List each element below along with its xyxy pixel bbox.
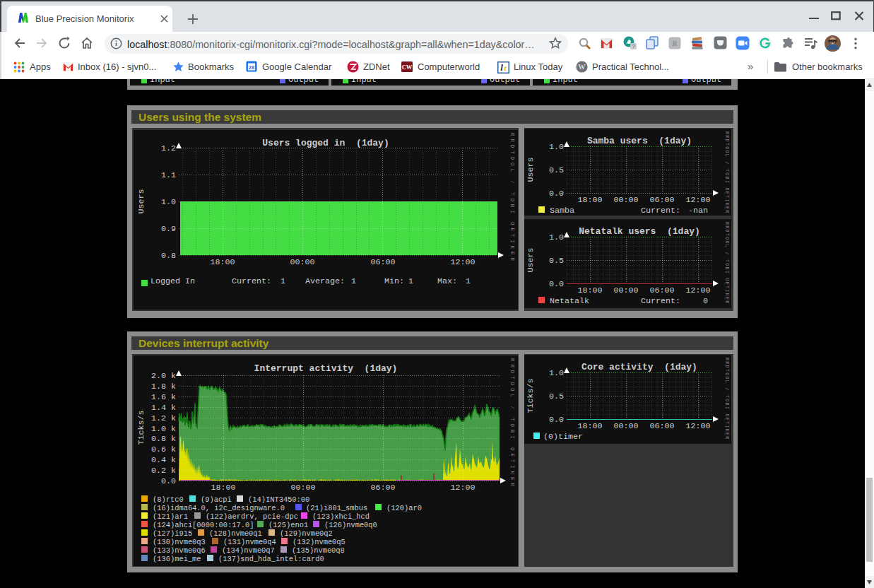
svg-text:18:00: 18:00 — [211, 483, 235, 493]
svg-text:Users: Users — [526, 157, 536, 182]
svg-text:0.8: 0.8 — [161, 251, 176, 261]
svg-text:Current:: Current: — [641, 296, 680, 306]
svg-text:00:00: 00:00 — [290, 483, 315, 493]
svg-text:(122)aerdrv, pcie-dpc: (122)aerdrv, pcie-dpc — [206, 512, 298, 521]
svg-text:Samba: Samba — [550, 206, 574, 216]
svg-text:(128)nvme0q1: (128)nvme0q1 — [209, 529, 262, 538]
svg-text:1.6 k: 1.6 k — [151, 392, 176, 402]
svg-text:18:00: 18:00 — [577, 286, 602, 295]
svg-text:0.5: 0.5 — [549, 256, 564, 266]
svg-text:RRDTOOL / TOBI OETIKER: RRDTOOL / TOBI OETIKER — [724, 222, 729, 305]
svg-text:0.8 k: 0.8 k — [151, 434, 176, 444]
svg-text:(21)i801_smbus: (21)i801_smbus — [306, 504, 367, 512]
svg-text:1.2: 1.2 — [161, 143, 176, 153]
svg-text:(129)nvme0q2: (129)nvme0q2 — [280, 529, 333, 538]
svg-text:Netatalk: Netatalk — [550, 296, 589, 306]
svg-text:0: 0 — [703, 296, 708, 306]
svg-text:Max:: Max: — [437, 276, 457, 286]
svg-text:18:00: 18:00 — [577, 421, 602, 431]
svg-text:Ticks/s: Ticks/s — [136, 410, 146, 445]
svg-text:0.5: 0.5 — [549, 392, 564, 401]
svg-text:Core activity (1day): Core activity (1day) — [581, 362, 697, 372]
svg-text:0.9: 0.9 — [161, 224, 176, 234]
svg-text:(133)nvme0q6: (133)nvme0q6 — [153, 546, 206, 555]
svg-text:RRDTOOL / TOBI OETIKER: RRDTOOL / TOBI OETIKER — [724, 358, 729, 440]
svg-text:18:00: 18:00 — [577, 195, 602, 205]
svg-text:Average:: Average: — [305, 276, 345, 286]
svg-text:06:00: 06:00 — [649, 195, 674, 205]
svg-text:Interrupt activity (1day): Interrupt activity (1day) — [254, 363, 398, 374]
svg-text:1: 1 — [351, 276, 356, 286]
svg-text:06:00: 06:00 — [649, 421, 674, 431]
svg-text:1.8 k: 1.8 k — [151, 382, 176, 392]
svg-text:(126)nvme0q0: (126)nvme0q0 — [324, 521, 377, 529]
svg-text:(120)ar0: (120)ar0 — [386, 504, 422, 512]
svg-text:(132)nvme0q5: (132)nvme0q5 — [293, 538, 346, 546]
svg-text:(125)eno1: (125)eno1 — [268, 521, 308, 529]
svg-text:0.0: 0.0 — [549, 279, 564, 289]
svg-text:l: l — [500, 62, 503, 73]
svg-text:1: 1 — [280, 276, 285, 286]
svg-text:1.0: 1.0 — [161, 197, 176, 207]
svg-text:W: W — [578, 63, 585, 71]
svg-text:1.0 k: 1.0 k — [151, 424, 176, 434]
svg-text:1.0: 1.0 — [549, 233, 564, 242]
svg-text:0.4 k: 0.4 k — [151, 455, 176, 465]
svg-text:06:00: 06:00 — [370, 483, 395, 493]
svg-text:0.2 k: 0.2 k — [151, 466, 176, 476]
svg-text:Samba users (1day): Samba users (1day) — [587, 136, 692, 146]
svg-text:00:00: 00:00 — [613, 421, 638, 431]
svg-text:00:00: 00:00 — [290, 257, 314, 267]
svg-text:1: 1 — [408, 276, 413, 286]
svg-text:28: 28 — [249, 64, 254, 71]
svg-text:12:00: 12:00 — [450, 483, 475, 493]
svg-text:RRDTOOL / TOBI OETIKER: RRDTOOL / TOBI OETIKER — [509, 133, 515, 264]
svg-text:06:00: 06:00 — [649, 286, 674, 295]
svg-text:CW: CW — [402, 64, 413, 71]
svg-text:Users: Users — [526, 247, 536, 272]
svg-text:12:00: 12:00 — [685, 421, 710, 431]
svg-text:(137)snd_hda_intel:card0: (137)snd_hda_intel:card0 — [218, 555, 324, 563]
svg-text:0.5: 0.5 — [549, 165, 564, 175]
svg-text:R: R — [672, 40, 678, 47]
svg-text:2.0 k: 2.0 k — [151, 371, 176, 381]
svg-text:0.0: 0.0 — [161, 476, 176, 486]
svg-text:Logged In: Logged In — [150, 276, 195, 286]
svg-text:1: 1 — [466, 276, 471, 286]
svg-text:00:00: 00:00 — [613, 286, 638, 295]
svg-text:(134)nvme0q7: (134)nvme0q7 — [222, 546, 275, 555]
svg-text:1.1: 1.1 — [161, 170, 176, 180]
svg-text:1.0: 1.0 — [549, 142, 564, 152]
svg-text:1.0: 1.0 — [549, 368, 564, 378]
svg-text:Current:: Current: — [232, 276, 271, 286]
svg-text:Netatalk users (1day): Netatalk users (1day) — [579, 226, 700, 237]
svg-text:RRDTOOL / TOBI OETIKER: RRDTOOL / TOBI OETIKER — [724, 131, 729, 214]
svg-text:0.6 k: 0.6 k — [151, 445, 176, 454]
svg-text:(123)xhci_hcd: (123)xhci_hcd — [312, 512, 370, 521]
svg-text:(9)acpi: (9)acpi — [201, 495, 232, 504]
svg-text:(16)idma64.0, i2c_designware.0: (16)idma64.0, i2c_designware.0 — [153, 504, 285, 512]
svg-text:12:00: 12:00 — [685, 286, 710, 295]
svg-text:12:00: 12:00 — [685, 195, 710, 205]
svg-text:(8)rtc0: (8)rtc0 — [153, 495, 184, 504]
svg-text:12:00: 12:00 — [450, 257, 475, 267]
svg-text:Min:: Min: — [384, 276, 404, 286]
svg-text:(0)timer: (0)timer — [543, 432, 583, 442]
svg-text:(124)ahci[0000:00:17.0]: (124)ahci[0000:00:17.0] — [153, 521, 254, 529]
svg-text:00:00: 00:00 — [613, 195, 638, 205]
svg-text:0.0: 0.0 — [549, 189, 564, 199]
svg-text:(136)mei_me: (136)mei_me — [153, 555, 201, 563]
svg-text:(135)nvme0q8: (135)nvme0q8 — [292, 546, 345, 555]
svg-text:-nan: -nan — [688, 206, 708, 216]
svg-text:Users: Users — [136, 189, 146, 213]
svg-text:(130)nvme0q3: (130)nvme0q3 — [153, 538, 206, 546]
svg-text:(131)nvme0q4: (131)nvme0q4 — [223, 538, 276, 546]
svg-text:(121)ar1: (121)ar1 — [153, 512, 188, 521]
svg-text:06:00: 06:00 — [370, 257, 395, 267]
svg-text:Ticks/s: Ticks/s — [526, 378, 536, 413]
svg-text:Users logged in (1day): Users logged in (1day) — [262, 138, 389, 148]
svg-text:RRDTOOL / TOBI OETIKER: RRDTOOL / TOBI OETIKER — [509, 358, 515, 489]
svg-text:(127)i915: (127)i915 — [153, 529, 192, 538]
svg-text:Current:: Current: — [641, 206, 680, 216]
svg-text:1.4 k: 1.4 k — [151, 403, 176, 413]
